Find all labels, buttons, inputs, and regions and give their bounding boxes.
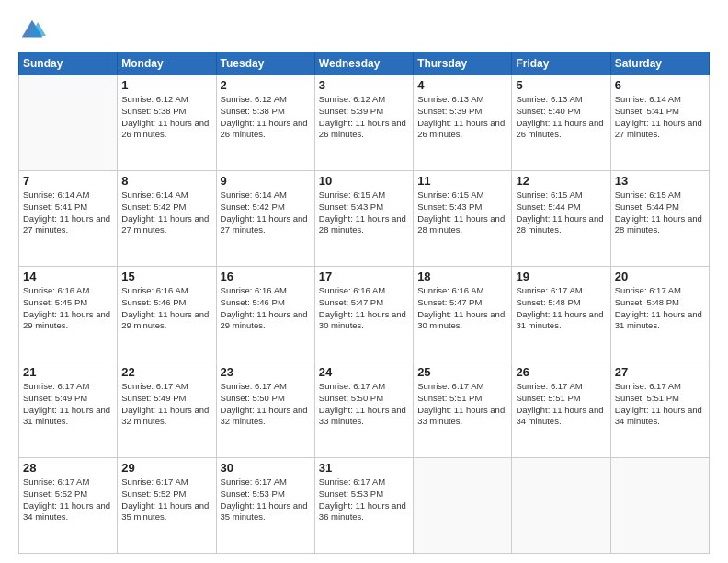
calendar-cell: 25Sunrise: 6:17 AMSunset: 5:51 PMDayligh… (414, 362, 512, 458)
calendar-header-row: SundayMondayTuesdayWednesdayThursdayFrid… (19, 52, 710, 75)
calendar-header-monday: Monday (118, 52, 216, 75)
day-number: 9 (221, 174, 311, 188)
cell-info: Sunrise: 6:14 AMSunset: 5:42 PMDaylight:… (121, 190, 211, 236)
cell-info: Sunrise: 6:14 AMSunset: 5:41 PMDaylight:… (615, 94, 705, 141)
day-number: 17 (319, 270, 409, 283)
calendar-cell (512, 458, 610, 554)
day-number: 22 (121, 365, 211, 379)
cell-info: Sunrise: 6:16 AMSunset: 5:46 PMDaylight:… (221, 285, 311, 332)
day-number: 11 (417, 174, 507, 188)
day-number: 26 (516, 365, 606, 379)
day-number: 24 (319, 365, 409, 379)
calendar-header-thursday: Thursday (414, 52, 512, 75)
calendar-header-friday: Friday (512, 52, 610, 75)
day-number: 29 (121, 461, 211, 475)
logo-icon (18, 17, 46, 44)
day-number: 1 (121, 78, 211, 92)
cell-info: Sunrise: 6:17 AMSunset: 5:51 PMDaylight:… (615, 381, 705, 428)
cell-info: Sunrise: 6:14 AMSunset: 5:41 PMDaylight:… (23, 190, 113, 236)
calendar-cell: 8Sunrise: 6:14 AMSunset: 5:42 PMDaylight… (118, 171, 216, 267)
cell-info: Sunrise: 6:17 AMSunset: 5:52 PMDaylight:… (23, 477, 113, 523)
cell-info: Sunrise: 6:12 AMSunset: 5:38 PMDaylight:… (121, 94, 211, 141)
day-number: 16 (221, 270, 311, 283)
calendar-cell: 5Sunrise: 6:13 AMSunset: 5:40 PMDaylight… (512, 75, 610, 171)
cell-info: Sunrise: 6:13 AMSunset: 5:40 PMDaylight:… (516, 94, 606, 141)
calendar-cell: 27Sunrise: 6:17 AMSunset: 5:51 PMDayligh… (610, 362, 709, 458)
cell-info: Sunrise: 6:17 AMSunset: 5:48 PMDaylight:… (615, 285, 705, 332)
cell-info: Sunrise: 6:12 AMSunset: 5:39 PMDaylight:… (319, 94, 409, 141)
calendar-cell: 13Sunrise: 6:15 AMSunset: 5:44 PMDayligh… (610, 171, 709, 267)
calendar-table: SundayMondayTuesdayWednesdayThursdayFrid… (18, 52, 710, 554)
day-number: 8 (121, 174, 211, 188)
calendar-cell: 29Sunrise: 6:17 AMSunset: 5:52 PMDayligh… (118, 458, 216, 554)
day-number: 3 (319, 78, 409, 92)
calendar-week-4: 21Sunrise: 6:17 AMSunset: 5:49 PMDayligh… (19, 362, 710, 458)
cell-info: Sunrise: 6:17 AMSunset: 5:48 PMDaylight:… (516, 285, 606, 332)
calendar-cell (19, 75, 118, 171)
cell-info: Sunrise: 6:17 AMSunset: 5:53 PMDaylight:… (319, 477, 409, 523)
day-number: 7 (23, 174, 113, 188)
calendar-header-wednesday: Wednesday (314, 52, 413, 75)
calendar-header-tuesday: Tuesday (216, 52, 314, 75)
calendar-week-2: 7Sunrise: 6:14 AMSunset: 5:41 PMDaylight… (19, 171, 710, 267)
cell-info: Sunrise: 6:17 AMSunset: 5:49 PMDaylight:… (23, 381, 113, 428)
cell-info: Sunrise: 6:16 AMSunset: 5:47 PMDaylight:… (417, 285, 507, 332)
cell-info: Sunrise: 6:17 AMSunset: 5:51 PMDaylight:… (417, 381, 507, 428)
day-number: 25 (417, 365, 507, 379)
cell-info: Sunrise: 6:15 AMSunset: 5:43 PMDaylight:… (417, 190, 507, 236)
day-number: 4 (417, 78, 507, 92)
day-number: 19 (516, 270, 606, 283)
cell-info: Sunrise: 6:15 AMSunset: 5:44 PMDaylight:… (615, 190, 705, 236)
logo (18, 17, 50, 44)
calendar-cell (610, 458, 709, 554)
cell-info: Sunrise: 6:17 AMSunset: 5:52 PMDaylight:… (121, 477, 211, 523)
day-number: 27 (615, 365, 705, 379)
calendar-cell: 19Sunrise: 6:17 AMSunset: 5:48 PMDayligh… (512, 267, 610, 362)
day-number: 20 (615, 270, 705, 283)
calendar-cell: 20Sunrise: 6:17 AMSunset: 5:48 PMDayligh… (610, 267, 709, 362)
day-number: 28 (23, 461, 113, 475)
day-number: 31 (319, 461, 409, 475)
day-number: 23 (221, 365, 311, 379)
day-number: 13 (615, 174, 705, 188)
calendar-cell: 3Sunrise: 6:12 AMSunset: 5:39 PMDaylight… (314, 75, 413, 171)
cell-info: Sunrise: 6:12 AMSunset: 5:38 PMDaylight:… (221, 94, 311, 141)
calendar-cell: 9Sunrise: 6:14 AMSunset: 5:42 PMDaylight… (216, 171, 314, 267)
calendar-cell: 6Sunrise: 6:14 AMSunset: 5:41 PMDaylight… (610, 75, 709, 171)
calendar-cell: 1Sunrise: 6:12 AMSunset: 5:38 PMDaylight… (118, 75, 216, 171)
cell-info: Sunrise: 6:17 AMSunset: 5:51 PMDaylight:… (516, 381, 606, 428)
calendar-cell: 21Sunrise: 6:17 AMSunset: 5:49 PMDayligh… (19, 362, 118, 458)
cell-info: Sunrise: 6:15 AMSunset: 5:44 PMDaylight:… (516, 190, 606, 236)
calendar-cell: 24Sunrise: 6:17 AMSunset: 5:50 PMDayligh… (314, 362, 413, 458)
cell-info: Sunrise: 6:17 AMSunset: 5:53 PMDaylight:… (221, 477, 311, 523)
cell-info: Sunrise: 6:16 AMSunset: 5:46 PMDaylight:… (121, 285, 211, 332)
calendar-cell: 30Sunrise: 6:17 AMSunset: 5:53 PMDayligh… (216, 458, 314, 554)
calendar-cell: 12Sunrise: 6:15 AMSunset: 5:44 PMDayligh… (512, 171, 610, 267)
calendar-cell (414, 458, 512, 554)
calendar-cell: 14Sunrise: 6:16 AMSunset: 5:45 PMDayligh… (19, 267, 118, 362)
calendar-cell: 2Sunrise: 6:12 AMSunset: 5:38 PMDaylight… (216, 75, 314, 171)
calendar-week-3: 14Sunrise: 6:16 AMSunset: 5:45 PMDayligh… (19, 267, 710, 362)
day-number: 10 (319, 174, 409, 188)
cell-info: Sunrise: 6:17 AMSunset: 5:50 PMDaylight:… (221, 381, 311, 428)
calendar-cell: 26Sunrise: 6:17 AMSunset: 5:51 PMDayligh… (512, 362, 610, 458)
calendar-cell: 31Sunrise: 6:17 AMSunset: 5:53 PMDayligh… (314, 458, 413, 554)
calendar-header-sunday: Sunday (19, 52, 118, 75)
day-number: 15 (121, 270, 211, 283)
day-number: 5 (516, 78, 606, 92)
cell-info: Sunrise: 6:17 AMSunset: 5:50 PMDaylight:… (319, 381, 409, 428)
day-number: 12 (516, 174, 606, 188)
cell-info: Sunrise: 6:14 AMSunset: 5:42 PMDaylight:… (221, 190, 311, 236)
cell-info: Sunrise: 6:16 AMSunset: 5:47 PMDaylight:… (319, 285, 409, 332)
calendar-cell: 4Sunrise: 6:13 AMSunset: 5:39 PMDaylight… (414, 75, 512, 171)
day-number: 21 (23, 365, 113, 379)
day-number: 14 (23, 270, 113, 283)
calendar-cell: 22Sunrise: 6:17 AMSunset: 5:49 PMDayligh… (118, 362, 216, 458)
day-number: 18 (417, 270, 507, 283)
calendar-cell: 15Sunrise: 6:16 AMSunset: 5:46 PMDayligh… (118, 267, 216, 362)
calendar-header-saturday: Saturday (610, 52, 709, 75)
cell-info: Sunrise: 6:16 AMSunset: 5:45 PMDaylight:… (23, 285, 113, 332)
page: SundayMondayTuesdayWednesdayThursdayFrid… (0, 0, 728, 563)
header (18, 17, 710, 44)
calendar-cell: 11Sunrise: 6:15 AMSunset: 5:43 PMDayligh… (414, 171, 512, 267)
